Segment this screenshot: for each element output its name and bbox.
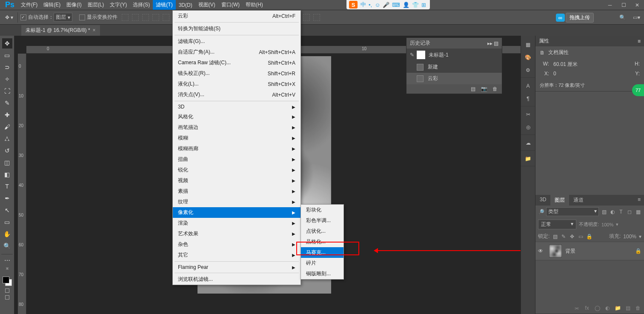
pixelate-item[interactable]: 晶格化...	[301, 237, 343, 247]
healing-tool[interactable]: ✚	[2, 110, 12, 120]
filter-item[interactable]: 杂色▶	[173, 239, 301, 250]
filter-item[interactable]: 扭曲▶	[173, 154, 301, 165]
layers-panel[interactable]: 3D 图层 通道 ≡ 🔎 类型▾ ▧ ◐ T ◻ ▦ 正常▾ 不透明度: 100…	[535, 195, 644, 314]
filter-item[interactable]: 艺术效果▶	[173, 228, 301, 239]
layers-menu-icon[interactable]: ≡	[634, 195, 644, 206]
ime-item-0[interactable]: •,	[369, 2, 372, 8]
filter-pixel-icon[interactable]: ▧	[601, 209, 607, 215]
tab-3d[interactable]: 3D	[535, 195, 550, 206]
vtab-character-icon[interactable]: A	[523, 81, 533, 91]
close-tab-icon[interactable]: ×	[93, 27, 96, 33]
blend-mode-dropdown[interactable]: 正常▾	[538, 220, 576, 229]
hand-tool[interactable]: ✋	[2, 229, 12, 239]
layer-name[interactable]: 背景	[565, 248, 575, 255]
show-transform-checkbox[interactable]	[79, 14, 85, 20]
menu-type[interactable]: 文字(Y)	[107, 0, 130, 10]
filter-item[interactable]: Flaming Pear▶	[173, 263, 301, 272]
sogou-icon[interactable]: S	[349, 1, 358, 9]
stamp-tool[interactable]: ⛼	[2, 134, 12, 144]
type-tool[interactable]: T	[2, 181, 12, 191]
camera-icon[interactable]: 📷	[481, 86, 487, 92]
layer-fx-icon[interactable]: fx	[584, 305, 590, 311]
filter-item[interactable]: 浏览联机滤镜...	[173, 274, 301, 285]
move-tool[interactable]: ✥	[2, 38, 12, 49]
pixelate-submenu[interactable]: 彩块化彩色半调...点状化...晶格化...马赛克...碎片铜版雕刻...	[301, 204, 344, 280]
ime-item-4[interactable]: 👤	[403, 2, 409, 8]
pixelate-item[interactable]: 彩色半调...	[301, 215, 343, 226]
filter-item[interactable]: 模糊画廊▶	[173, 143, 301, 154]
vtab-actions-icon[interactable]: ✂	[523, 110, 533, 119]
filter-smart-icon[interactable]: ▦	[635, 209, 641, 215]
filter-item[interactable]: 镜头校正(R)...Shift+Ctrl+R	[173, 68, 301, 79]
link-layers-icon[interactable]: ⫘	[573, 305, 580, 311]
eraser-tool[interactable]: ◫	[2, 157, 12, 168]
filter-item[interactable]: 其它▶	[173, 250, 301, 260]
trash-icon[interactable]: 🗑	[492, 86, 498, 92]
vtab-adjustments-icon[interactable]: ⚙	[523, 66, 533, 75]
delete-layer-icon[interactable]: 🗑	[635, 305, 641, 311]
history-step-0[interactable]: 新建	[406, 61, 502, 73]
menu-help[interactable]: 帮助(H)	[243, 0, 266, 10]
filter-item[interactable]: 像素化▶	[173, 207, 301, 218]
green-badge[interactable]: 77	[632, 84, 644, 96]
tab-layers[interactable]: 图层	[550, 195, 569, 206]
menu-3d[interactable]: 3D(D)	[176, 1, 195, 9]
menu-select[interactable]: 选择(S)	[130, 0, 153, 10]
maximize-button[interactable]: ☐	[617, 0, 630, 10]
layer-lock-icon[interactable]: 🔒	[635, 248, 641, 254]
opacity-value[interactable]: 100%	[601, 222, 613, 227]
pixelate-item[interactable]: 马赛克...	[301, 247, 343, 258]
history-file-row[interactable]: ✎ 未标题-1	[406, 49, 502, 61]
filter-item[interactable]: Camera Raw 滤镜(C)...Shift+Ctrl+A	[173, 57, 301, 68]
filter-item[interactable]: 液化(L)...Shift+Ctrl+X	[173, 79, 301, 89]
filter-shape-icon[interactable]: ◻	[626, 209, 633, 215]
document-tab[interactable]: 未标题-1 @ 16.7%(RGB/8) * ×	[21, 25, 100, 36]
workspace-icon[interactable]: ▭▾	[633, 14, 640, 21]
auto-select-dropdown[interactable]: 图层 ▾	[54, 13, 72, 22]
gradient-tool[interactable]: ◧	[2, 169, 12, 180]
pixelate-item[interactable]: 碎片	[301, 258, 343, 268]
crop-tool[interactable]: ⛶	[2, 86, 12, 96]
vtab-libraries-icon[interactable]: ☁	[523, 138, 533, 148]
path-select-tool[interactable]: ↖	[2, 205, 12, 215]
new-group-icon[interactable]: 📁	[614, 305, 621, 311]
fill-value[interactable]: 100%	[623, 234, 636, 240]
quickmask-icon[interactable]	[5, 288, 9, 293]
ime-item-6[interactable]: ⊞	[421, 2, 426, 8]
pen-tool[interactable]: ✒	[2, 193, 12, 203]
color-swatches[interactable]	[3, 277, 12, 286]
search-icon[interactable]: 🔍	[619, 14, 626, 21]
shape-tool[interactable]: ▭	[2, 217, 12, 227]
filter-item[interactable]: 滤镜库(G)...	[173, 36, 301, 47]
ime-item-3[interactable]: ⌨	[392, 2, 400, 8]
lock-artboard-icon[interactable]: ▭	[578, 234, 584, 240]
layer-filter-kind[interactable]: 类型▾	[546, 207, 599, 216]
lock-pixel-icon[interactable]: ▧	[552, 234, 558, 240]
filter-item[interactable]: 云彩Alt+Ctrl+F	[173, 11, 301, 21]
pixelate-item[interactable]: 铜版雕刻...	[301, 268, 343, 279]
marquee-tool[interactable]: ▭	[2, 50, 12, 60]
vtab-histogram-icon[interactable]: ▦	[523, 40, 533, 49]
new-fill-icon[interactable]: ◐	[604, 305, 611, 311]
filter-item[interactable]: 转换为智能滤镜(S)	[173, 23, 301, 34]
filter-adj-icon[interactable]: ◐	[609, 209, 616, 215]
properties-panel[interactable]: 属性≡ 🗎 文档属性 W:60.01 厘米H: X:0Y: 分辨率：72 像素/…	[535, 36, 644, 91]
filter-item[interactable]: 3D▶	[173, 102, 301, 111]
menu-image[interactable]: 图像(I)	[63, 0, 84, 10]
layer-mask-icon[interactable]: ◯	[594, 305, 601, 311]
filter-item[interactable]: 素描▶	[173, 186, 301, 197]
history-brush-tool[interactable]: ↺	[2, 146, 12, 156]
filter-dropdown[interactable]: 云彩Alt+Ctrl+F转换为智能滤镜(S)滤镜库(G)...自适应广角(A).…	[172, 10, 301, 285]
edit-toolbar[interactable]: ⋯	[2, 255, 12, 265]
move-tool-icon[interactable]: ✥ ▾	[3, 14, 15, 21]
visibility-eye-icon[interactable]: 👁	[538, 248, 546, 254]
filter-item[interactable]: 渲染▶	[173, 218, 301, 228]
vtab-color-icon[interactable]: 🎨	[523, 53, 533, 62]
filter-item[interactable]: 风格化▶	[173, 111, 301, 122]
vtab-folder-icon[interactable]: 📁	[523, 154, 533, 163]
menu-edit[interactable]: 编辑(E)	[40, 0, 63, 10]
layer-item-background[interactable]: 👁 背景 🔒	[535, 242, 644, 260]
ime-item-2[interactable]: 🎤	[383, 2, 389, 8]
filter-item[interactable]: 模糊▶	[173, 133, 301, 143]
lasso-tool[interactable]: ⊃	[2, 62, 12, 72]
